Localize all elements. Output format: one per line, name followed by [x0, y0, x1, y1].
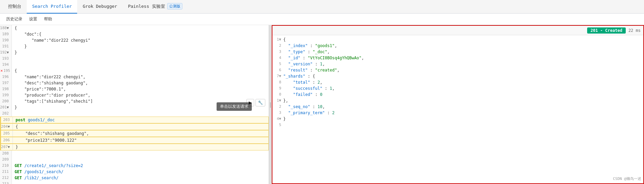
error-icon: ✕: [1, 68, 3, 74]
http-method: GET: [15, 163, 22, 168]
line-number: 198: [0, 86, 12, 92]
response-line-content: "_type" : "_doc",: [283, 49, 330, 55]
http-url: /goods1/_search/: [24, 169, 64, 174]
secondary-navigation: 历史记录 设置 帮助: [0, 14, 644, 25]
fold-icon: ▼: [8, 145, 10, 149]
fold-icon: ▼: [8, 125, 10, 128]
line-content: {: [12, 25, 17, 31]
history-button[interactable]: 历史记录: [3, 15, 26, 23]
response-line: 2 "_index" : "goods1",: [272, 43, 643, 49]
line-content: GET /goods1/_search/: [12, 169, 64, 175]
http-method: GET: [15, 169, 22, 174]
tab-search-profiler[interactable]: Search Profiler: [27, 0, 77, 14]
response-line-number: 2: [274, 43, 283, 49]
response-time: 22 ms: [628, 28, 641, 33]
line-number: 210: [0, 163, 12, 169]
line-content: GET /lib2/_search/: [12, 175, 59, 181]
editor-line: 196 "name":"dior222 chengyi",: [0, 74, 269, 80]
fold-icon: ▼: [7, 26, 9, 30]
response-line-number: 3: [274, 49, 283, 55]
top-navigation: 控制台 Search Profiler Grok Debugger Painle…: [0, 0, 644, 14]
line-number: 197: [0, 80, 12, 86]
editor-line: 209: [0, 157, 269, 163]
editor-line: 190 "name":"dior222 chengyi": [0, 37, 269, 43]
response-line: 3 "_primary_term" : 2: [272, 110, 643, 116]
response-line-number: 6: [274, 67, 283, 73]
response-line: 5 "_version" : 1,: [272, 61, 643, 67]
editor-line: 194: [0, 62, 269, 68]
editor-panel: 188▼{189 "doc":{190 "name":"dior222 chen…: [0, 25, 269, 184]
line-content: "name":"dior222 chengyi": [12, 37, 90, 43]
editor-line: 199 "producer":"dior producer",: [0, 92, 269, 98]
fold-icon: ▼: [7, 105, 9, 109]
response-panel: 201 - Created 22 ms 1▼{2 "_index" : "goo…: [272, 25, 644, 184]
line-number: 200: [0, 98, 12, 104]
status-badge: 201 - Created: [587, 27, 626, 34]
response-body[interactable]: 1▼{2 "_index" : "goods1",3 "_type" : "_d…: [272, 35, 643, 183]
line-number: 194: [0, 62, 12, 68]
line-content: "price":"7000.1",: [12, 86, 66, 92]
line-number: 191: [0, 43, 12, 49]
line-content: {: [13, 124, 18, 130]
line-content: "desc":"shishang gaodang",: [12, 80, 88, 86]
editor-line: 210GET /create1/_search/?size=2: [0, 163, 269, 169]
http-url: goods1/_doc: [28, 118, 54, 122]
line-content: {: [12, 68, 17, 74]
line-number: 202: [0, 110, 12, 117]
line-number: 199: [0, 92, 12, 98]
line-number: 213: [0, 181, 12, 184]
response-line-content: "result" : "created",: [283, 67, 339, 73]
tab-grok-debugger[interactable]: Grok Debugger: [77, 0, 123, 14]
editor-line: 197 "desc":"shishang gaodang",: [0, 80, 269, 86]
response-line-content: "_index" : "goods1",: [283, 43, 337, 49]
editor-line: 192▼}: [0, 49, 269, 56]
editor-line: 204▼{: [0, 123, 269, 130]
beta-badge: 公测版: [167, 3, 182, 9]
editor-line: 193: [0, 56, 269, 62]
response-line-number: 7▼: [274, 73, 283, 79]
http-url: /create1/_search/?size=2: [24, 163, 83, 168]
line-number: 211: [0, 169, 12, 175]
editor-line: 211GET /goods1/_search/: [0, 169, 269, 175]
line-number: 207▼: [1, 144, 13, 150]
response-line-number: 1▼: [274, 98, 283, 104]
response-line-content: "successful" : 1,: [283, 85, 335, 91]
line-number: 193: [0, 56, 12, 62]
editor-line: 191 }: [0, 43, 269, 49]
response-line-content: "failed" : 0: [283, 91, 323, 98]
panel-divider[interactable]: |: [269, 25, 272, 184]
watermark: CSDN @懒鸟一述: [613, 176, 641, 181]
line-content: }: [13, 144, 18, 150]
line-number: 206: [1, 137, 13, 143]
response-line: 4▼}: [272, 116, 643, 122]
response-line-number: 0: [274, 91, 283, 98]
editor-line: 188▼{: [0, 25, 269, 31]
tab-console[interactable]: 控制台: [3, 0, 27, 14]
editor-line: 202: [0, 110, 269, 117]
editor-line: 212GET /lib2/_search/: [0, 175, 269, 181]
click-hint: 单击以发送请求: [217, 102, 252, 111]
response-line-number: 5: [274, 61, 283, 67]
line-number: 201▼: [0, 104, 12, 110]
line-number: 204▼: [1, 124, 13, 130]
response-line-content: }: [283, 116, 286, 122]
tab-painless-lab[interactable]: Painless 实验室 公测版: [123, 0, 187, 14]
http-method: GET: [15, 176, 22, 180]
response-line-number: 4▼: [274, 116, 283, 122]
response-line: 1▼{: [272, 37, 643, 43]
editor-line: 205 "desc":"shishang gaodang",: [0, 130, 269, 137]
wrench-button[interactable]: 🔧: [256, 99, 265, 106]
help-button[interactable]: 帮助: [41, 15, 55, 23]
response-line: 4 "_id" : "VtYoCI0BOsq4gYhQBwAo",: [272, 55, 643, 61]
editor-line: 206 "price123":"9000.122": [0, 137, 269, 144]
response-line-content: {: [283, 37, 286, 43]
line-number: 190: [0, 37, 12, 43]
line-number: 212: [0, 175, 12, 181]
response-line: 7▼"_shards" : {: [272, 73, 643, 79]
line-number: 192▼: [0, 49, 12, 56]
main-content: 188▼{189 "doc":{190 "name":"dior222 chen…: [0, 25, 644, 184]
response-line-content: "_id" : "VtYoCI0BOsq4gYhQBwAo",: [283, 55, 364, 61]
line-number: 209: [0, 157, 12, 163]
settings-button[interactable]: 设置: [26, 15, 41, 23]
response-line: 0 "failed" : 0: [272, 91, 643, 98]
